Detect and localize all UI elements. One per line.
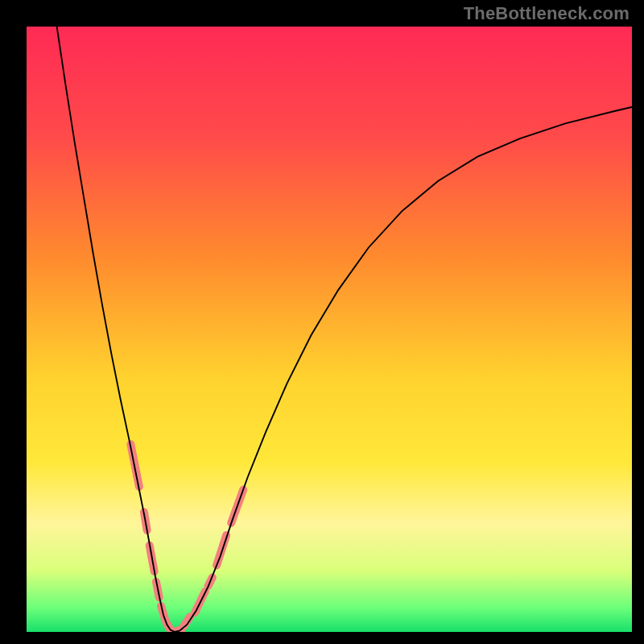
curve-layer: [27, 27, 632, 632]
watermark-text: TheBottleneck.com: [464, 3, 630, 24]
plot-area: [27, 27, 632, 632]
bottleneck-curve: [57, 27, 632, 632]
chart-frame: TheBottleneck.com: [0, 0, 644, 644]
